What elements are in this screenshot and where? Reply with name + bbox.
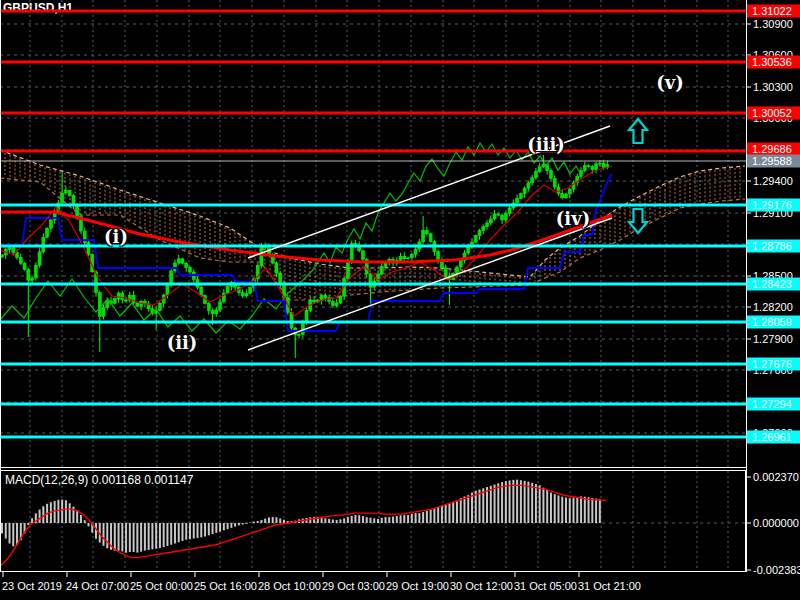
candle-body [425,231,428,234]
time-axis-label: 29 Oct 19:00 [386,580,449,592]
time-axis-label: 31 Oct 21:00 [578,580,641,592]
candle-body [19,258,22,264]
candle-body [598,163,601,164]
candle-body [508,208,511,214]
candle-body [478,230,481,235]
candle-body [219,302,222,310]
up-arrow-icon [629,119,647,143]
wave-label-4: (iv) [556,208,590,229]
macd-indicator-label: MACD(12,26,9) 0.001168 0.001147 [5,473,193,487]
candle-body [346,261,349,279]
price-axis-label: 1.30300 [753,81,793,93]
candle-body [414,249,417,254]
candle-body [335,303,338,306]
price-axis-label: 1.27900 [753,333,793,345]
candle-body [486,223,489,227]
candle-body [64,191,67,193]
candle-body [482,227,485,231]
candle-body [602,163,605,167]
candle-body [136,303,139,306]
price-badge-label: 1.29176 [752,199,792,211]
candle-body [493,214,496,219]
price-badge-label: 1.26961 [752,431,792,443]
candle-body [437,252,440,261]
candle-body [557,187,560,193]
candle-body [185,263,188,267]
candle-body [429,234,432,242]
macd-axis-label: 0.000000 [753,517,799,529]
price-badge-label: 1.31022 [752,5,792,17]
candle-body [583,166,586,171]
candle-body [87,243,90,255]
candle-body [68,191,71,196]
time-axis-label: 30 Oct 12:00 [450,580,513,592]
candle-body [324,296,327,298]
candle-body [516,198,519,203]
candle-body [226,286,229,293]
price-badge-label: 1.30052 [752,107,792,119]
price-axis-label: 1.30900 [753,18,793,30]
macd-signal-line [0,485,606,566]
candle-body [211,311,214,314]
candle-body [444,268,447,277]
time-axis-label: 31 Oct 05:00 [514,580,577,592]
candle-body [568,189,571,194]
candle-body [290,312,293,328]
candle-body [399,256,402,260]
candle-body [591,167,594,170]
time-axis-label: 29 Oct 03:00 [322,580,385,592]
time-axis-label: 23 Oct 2019 [2,580,62,592]
candle-body [534,171,537,177]
price-badge-label: 1.27676 [752,358,792,370]
candle-body [46,228,49,237]
price-badge-label: 1.28423 [752,278,792,290]
candle-body [27,270,30,281]
candle-body [8,248,11,249]
candle-body [501,215,504,220]
candle-body [298,334,301,335]
candle-body [200,287,203,295]
candle-body [455,267,458,273]
candle-body [166,285,169,295]
candle-body [331,301,334,305]
candle-body [538,167,541,172]
wave-label-5: (v) [656,72,684,93]
price-axis-label: 1.28200 [753,301,793,313]
candle-body [34,265,37,278]
candle-body [489,219,492,223]
candle-body [249,288,252,294]
wave-label-1: (i) [104,226,128,247]
candle-body [301,322,304,335]
wave-label-2: (ii) [167,332,198,353]
price-badge-label: 1.27294 [752,398,792,410]
candle-body [177,259,180,263]
candle-body [76,205,79,216]
candle-body [83,231,86,243]
candle-body [523,188,526,194]
price-badge-label: 1.28786 [752,240,792,252]
time-axis-label: 25 Oct 16:00 [194,580,257,592]
candle-body [158,303,161,311]
candle-body [241,293,244,296]
candle-body [12,248,15,253]
candle-body [595,164,598,170]
candle-body [422,231,425,242]
price-badge-label: 1.29588 [752,155,792,167]
candle-body [380,267,383,274]
time-axis-label: 24 Oct 07:00 [66,580,129,592]
candle-body [467,247,470,253]
price-badge-label: 1.30536 [752,56,792,68]
candle-body [474,236,477,242]
candle-body [519,194,522,199]
candle-body [361,251,364,260]
candle-body [31,278,34,280]
candle-body [102,307,105,316]
time-axis-label: 28 Oct 10:00 [258,580,321,592]
candle-body [245,293,248,295]
candle-body [403,256,406,258]
candle-body [121,293,124,300]
price-badge-label: 1.28059 [752,316,792,328]
candle-body [181,259,184,263]
candle-body [504,214,507,220]
candle-body [98,293,101,317]
